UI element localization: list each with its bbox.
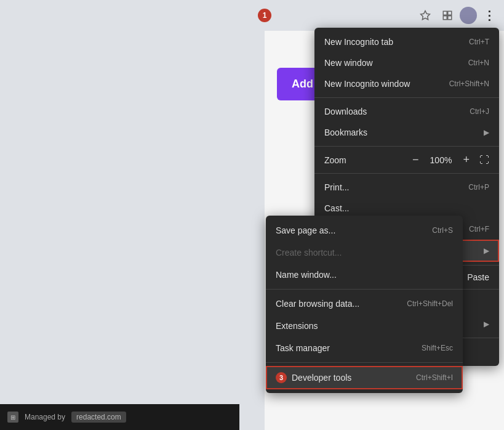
managed-by-bar: ⊞ Managed by redacted.com: [0, 404, 239, 430]
menu-item-shortcut: Ctrl+Shift+N: [449, 79, 489, 88]
submenu-item-label: Save page as...: [276, 225, 335, 235]
submenu-item-clear-browsing[interactable]: Clear browsing data... Ctrl+Shift+Del: [266, 293, 463, 315]
submenu-item-shortcut: Ctrl+S: [432, 226, 453, 235]
menu-item-new-window[interactable]: New window Ctrl+N: [314, 52, 499, 73]
submenu-item-label: Task manager: [276, 343, 330, 353]
managed-icon: ⊞: [7, 412, 18, 423]
browser-toolbar: ⋮: [0, 0, 504, 31]
managed-by-label: Managed by: [25, 413, 65, 421]
submenu-item-save-page[interactable]: Save page as... Ctrl+S: [266, 219, 463, 241]
svg-rect-3: [443, 16, 447, 20]
submenu-item-extensions[interactable]: Extensions: [266, 315, 463, 337]
submenu-item-label: Clear browsing data...: [276, 299, 359, 309]
step-1-badge: 1: [258, 9, 271, 22]
menu-item-shortcut: Ctrl+T: [469, 38, 489, 46]
menu-item-shortcut: Ctrl+P: [468, 183, 489, 192]
more-tools-submenu: Save page as... Ctrl+S Create shortcut..…: [266, 216, 463, 393]
menu-item-label: Bookmarks: [324, 128, 367, 137]
menu-item-bookmarks[interactable]: Bookmarks ▶: [314, 122, 499, 143]
arrow-icon: ▶: [484, 128, 489, 137]
svg-rect-4: [448, 16, 452, 20]
submenu-item-label: Create shortcut...: [276, 248, 342, 258]
submenu-item-shortcut: Shift+Esc: [422, 344, 453, 352]
zoom-controls: − 100% + ⛶: [410, 153, 489, 166]
svg-rect-1: [443, 11, 447, 15]
menu-item-label: New window: [324, 58, 373, 68]
menu-item-downloads[interactable]: Downloads Ctrl+J: [314, 101, 499, 122]
submenu-item-create-shortcut: Create shortcut...: [266, 241, 463, 264]
menu-separator-2: [314, 146, 499, 147]
submenu-item-shortcut: Ctrl+Shift+I: [416, 373, 453, 382]
zoom-fullscreen-button[interactable]: ⛶: [479, 155, 489, 166]
submenu-item-name-window[interactable]: Name window...: [266, 264, 463, 286]
profile-avatar[interactable]: [460, 7, 477, 24]
zoom-control-row: Zoom − 100% + ⛶: [314, 150, 499, 170]
chrome-menu-button[interactable]: ⋮: [479, 6, 499, 25]
zoom-decrease-button[interactable]: −: [410, 153, 422, 166]
arrow-icon: ▶: [484, 246, 489, 255]
submenu-separator-2: [266, 362, 463, 363]
menu-item-shortcut: Ctrl+F: [469, 225, 489, 233]
menu-item-label: Cast...: [324, 203, 349, 213]
menu-item-label: Downloads: [324, 107, 367, 116]
submenu-item-shortcut: Ctrl+Shift+Del: [407, 299, 453, 308]
menu-item-shortcut: Ctrl+N: [468, 59, 489, 67]
submenu-item-developer-tools[interactable]: 3 Developer tools Ctrl+Shift+I: [266, 366, 463, 389]
svg-rect-2: [448, 11, 452, 15]
menu-separator-3: [314, 173, 499, 174]
menu-item-new-incognito-window[interactable]: New Incognito window Ctrl+Shift+N: [314, 73, 499, 94]
zoom-increase-button[interactable]: +: [460, 153, 472, 166]
zoom-value: 100%: [428, 155, 453, 165]
menu-separator-1: [314, 97, 499, 98]
bookmark-star-button[interactable]: [415, 6, 435, 25]
submenu-item-label: Extensions: [276, 321, 318, 331]
arrow-icon: ▶: [484, 320, 489, 328]
developer-tools-badge: 3: [276, 372, 287, 383]
submenu-item-task-manager[interactable]: Task manager Shift+Esc: [266, 337, 463, 359]
submenu-separator-1: [266, 289, 463, 290]
svg-marker-0: [421, 11, 430, 20]
submenu-item-label: Name window...: [276, 270, 337, 280]
developer-tools-left: 3 Developer tools: [276, 372, 351, 383]
tab-button[interactable]: [438, 6, 457, 25]
menu-item-shortcut: Ctrl+J: [470, 107, 489, 116]
submenu-item-label: Developer tools: [292, 373, 351, 383]
managed-domain: redacted.com: [71, 412, 126, 423]
menu-item-label: Print...: [324, 182, 349, 192]
menu-item-print[interactable]: Print... Ctrl+P: [314, 177, 499, 198]
menu-item-label: New Incognito tab: [324, 37, 393, 47]
paste-button[interactable]: Paste: [467, 272, 489, 282]
menu-item-new-incognito-tab[interactable]: New Incognito tab Ctrl+T: [314, 31, 499, 52]
menu-item-label: New Incognito window: [324, 79, 410, 89]
zoom-label: Zoom: [324, 155, 410, 165]
